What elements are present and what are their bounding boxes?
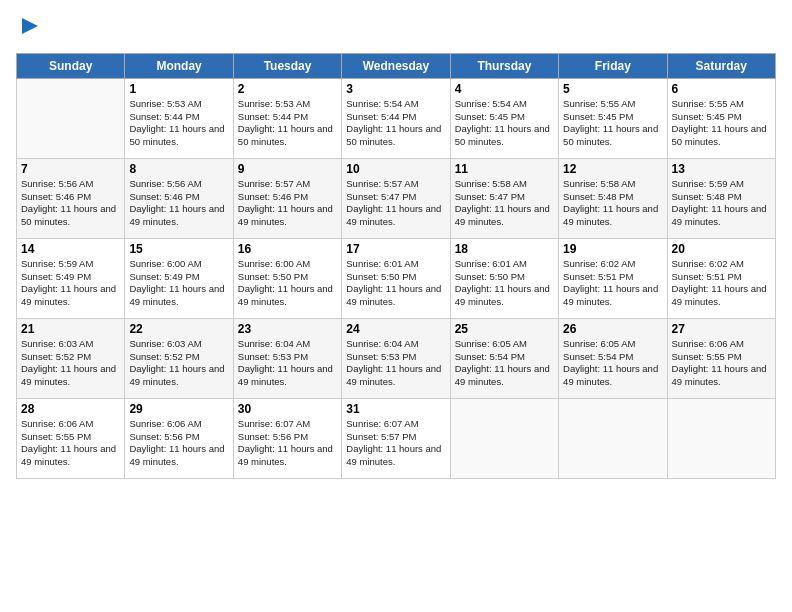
calendar-cell: 6Sunrise: 5:55 AM Sunset: 5:45 PM Daylig… (667, 78, 775, 158)
cell-info: Sunrise: 5:56 AM Sunset: 5:46 PM Dayligh… (129, 178, 228, 229)
day-number: 23 (238, 322, 337, 336)
day-number: 9 (238, 162, 337, 176)
day-number: 24 (346, 322, 445, 336)
calendar-cell: 18Sunrise: 6:01 AM Sunset: 5:50 PM Dayli… (450, 238, 558, 318)
calendar-cell: 14Sunrise: 5:59 AM Sunset: 5:49 PM Dayli… (17, 238, 125, 318)
day-number: 13 (672, 162, 771, 176)
calendar-cell: 28Sunrise: 6:06 AM Sunset: 5:55 PM Dayli… (17, 398, 125, 478)
day-number: 28 (21, 402, 120, 416)
calendar-cell: 12Sunrise: 5:58 AM Sunset: 5:48 PM Dayli… (559, 158, 667, 238)
day-number: 18 (455, 242, 554, 256)
cell-info: Sunrise: 5:53 AM Sunset: 5:44 PM Dayligh… (129, 98, 228, 149)
cell-info: Sunrise: 5:56 AM Sunset: 5:46 PM Dayligh… (21, 178, 120, 229)
calendar-cell: 24Sunrise: 6:04 AM Sunset: 5:53 PM Dayli… (342, 318, 450, 398)
calendar-cell: 16Sunrise: 6:00 AM Sunset: 5:50 PM Dayli… (233, 238, 341, 318)
cell-info: Sunrise: 6:05 AM Sunset: 5:54 PM Dayligh… (563, 338, 662, 389)
day-number: 12 (563, 162, 662, 176)
cell-info: Sunrise: 6:04 AM Sunset: 5:53 PM Dayligh… (238, 338, 337, 389)
cell-info: Sunrise: 5:59 AM Sunset: 5:49 PM Dayligh… (21, 258, 120, 309)
day-number: 31 (346, 402, 445, 416)
calendar-cell: 17Sunrise: 6:01 AM Sunset: 5:50 PM Dayli… (342, 238, 450, 318)
calendar-week-row: 14Sunrise: 5:59 AM Sunset: 5:49 PM Dayli… (17, 238, 776, 318)
calendar-cell: 20Sunrise: 6:02 AM Sunset: 5:51 PM Dayli… (667, 238, 775, 318)
cell-info: Sunrise: 6:01 AM Sunset: 5:50 PM Dayligh… (455, 258, 554, 309)
calendar-week-row: 21Sunrise: 6:03 AM Sunset: 5:52 PM Dayli… (17, 318, 776, 398)
cell-info: Sunrise: 6:03 AM Sunset: 5:52 PM Dayligh… (129, 338, 228, 389)
logo-flag-icon (18, 16, 42, 40)
cell-info: Sunrise: 6:01 AM Sunset: 5:50 PM Dayligh… (346, 258, 445, 309)
calendar-cell: 26Sunrise: 6:05 AM Sunset: 5:54 PM Dayli… (559, 318, 667, 398)
calendar-cell: 13Sunrise: 5:59 AM Sunset: 5:48 PM Dayli… (667, 158, 775, 238)
calendar-cell: 21Sunrise: 6:03 AM Sunset: 5:52 PM Dayli… (17, 318, 125, 398)
day-number: 20 (672, 242, 771, 256)
calendar-cell (667, 398, 775, 478)
cell-info: Sunrise: 6:06 AM Sunset: 5:56 PM Dayligh… (129, 418, 228, 469)
calendar-cell: 9Sunrise: 5:57 AM Sunset: 5:46 PM Daylig… (233, 158, 341, 238)
calendar-day-header: Wednesday (342, 53, 450, 78)
day-number: 5 (563, 82, 662, 96)
day-number: 15 (129, 242, 228, 256)
calendar-cell: 30Sunrise: 6:07 AM Sunset: 5:56 PM Dayli… (233, 398, 341, 478)
calendar-cell: 31Sunrise: 6:07 AM Sunset: 5:57 PM Dayli… (342, 398, 450, 478)
cell-info: Sunrise: 5:55 AM Sunset: 5:45 PM Dayligh… (563, 98, 662, 149)
day-number: 17 (346, 242, 445, 256)
cell-info: Sunrise: 5:54 AM Sunset: 5:45 PM Dayligh… (455, 98, 554, 149)
day-number: 8 (129, 162, 228, 176)
cell-info: Sunrise: 6:02 AM Sunset: 5:51 PM Dayligh… (672, 258, 771, 309)
day-number: 10 (346, 162, 445, 176)
day-number: 30 (238, 402, 337, 416)
calendar-day-header: Monday (125, 53, 233, 78)
calendar-header-row: SundayMondayTuesdayWednesdayThursdayFrid… (17, 53, 776, 78)
svg-marker-0 (22, 18, 38, 34)
cell-info: Sunrise: 6:07 AM Sunset: 5:57 PM Dayligh… (346, 418, 445, 469)
day-number: 6 (672, 82, 771, 96)
calendar-week-row: 1Sunrise: 5:53 AM Sunset: 5:44 PM Daylig… (17, 78, 776, 158)
calendar-cell: 27Sunrise: 6:06 AM Sunset: 5:55 PM Dayli… (667, 318, 775, 398)
cell-info: Sunrise: 6:00 AM Sunset: 5:50 PM Dayligh… (238, 258, 337, 309)
calendar-day-header: Saturday (667, 53, 775, 78)
calendar-day-header: Thursday (450, 53, 558, 78)
calendar-cell: 29Sunrise: 6:06 AM Sunset: 5:56 PM Dayli… (125, 398, 233, 478)
calendar-day-header: Tuesday (233, 53, 341, 78)
cell-info: Sunrise: 5:57 AM Sunset: 5:47 PM Dayligh… (346, 178, 445, 229)
calendar-cell: 7Sunrise: 5:56 AM Sunset: 5:46 PM Daylig… (17, 158, 125, 238)
calendar-cell (450, 398, 558, 478)
cell-info: Sunrise: 5:57 AM Sunset: 5:46 PM Dayligh… (238, 178, 337, 229)
cell-info: Sunrise: 6:02 AM Sunset: 5:51 PM Dayligh… (563, 258, 662, 309)
day-number: 2 (238, 82, 337, 96)
calendar-cell: 1Sunrise: 5:53 AM Sunset: 5:44 PM Daylig… (125, 78, 233, 158)
calendar-cell (559, 398, 667, 478)
calendar-cell: 25Sunrise: 6:05 AM Sunset: 5:54 PM Dayli… (450, 318, 558, 398)
cell-info: Sunrise: 5:59 AM Sunset: 5:48 PM Dayligh… (672, 178, 771, 229)
page-header (16, 16, 776, 45)
cell-info: Sunrise: 6:00 AM Sunset: 5:49 PM Dayligh… (129, 258, 228, 309)
cell-info: Sunrise: 6:05 AM Sunset: 5:54 PM Dayligh… (455, 338, 554, 389)
calendar-cell: 19Sunrise: 6:02 AM Sunset: 5:51 PM Dayli… (559, 238, 667, 318)
day-number: 11 (455, 162, 554, 176)
cell-info: Sunrise: 6:04 AM Sunset: 5:53 PM Dayligh… (346, 338, 445, 389)
cell-info: Sunrise: 5:58 AM Sunset: 5:48 PM Dayligh… (563, 178, 662, 229)
calendar-day-header: Sunday (17, 53, 125, 78)
calendar-week-row: 7Sunrise: 5:56 AM Sunset: 5:46 PM Daylig… (17, 158, 776, 238)
cell-info: Sunrise: 6:07 AM Sunset: 5:56 PM Dayligh… (238, 418, 337, 469)
day-number: 7 (21, 162, 120, 176)
calendar-day-header: Friday (559, 53, 667, 78)
calendar-cell: 3Sunrise: 5:54 AM Sunset: 5:44 PM Daylig… (342, 78, 450, 158)
calendar-cell: 22Sunrise: 6:03 AM Sunset: 5:52 PM Dayli… (125, 318, 233, 398)
day-number: 26 (563, 322, 662, 336)
calendar-cell: 2Sunrise: 5:53 AM Sunset: 5:44 PM Daylig… (233, 78, 341, 158)
cell-info: Sunrise: 5:54 AM Sunset: 5:44 PM Dayligh… (346, 98, 445, 149)
day-number: 1 (129, 82, 228, 96)
calendar-week-row: 28Sunrise: 6:06 AM Sunset: 5:55 PM Dayli… (17, 398, 776, 478)
calendar-cell: 11Sunrise: 5:58 AM Sunset: 5:47 PM Dayli… (450, 158, 558, 238)
day-number: 14 (21, 242, 120, 256)
calendar-cell: 15Sunrise: 6:00 AM Sunset: 5:49 PM Dayli… (125, 238, 233, 318)
cell-info: Sunrise: 6:06 AM Sunset: 5:55 PM Dayligh… (672, 338, 771, 389)
cell-info: Sunrise: 5:53 AM Sunset: 5:44 PM Dayligh… (238, 98, 337, 149)
logo (16, 16, 42, 45)
cell-info: Sunrise: 5:55 AM Sunset: 5:45 PM Dayligh… (672, 98, 771, 149)
day-number: 22 (129, 322, 228, 336)
calendar-cell (17, 78, 125, 158)
calendar-cell: 8Sunrise: 5:56 AM Sunset: 5:46 PM Daylig… (125, 158, 233, 238)
day-number: 19 (563, 242, 662, 256)
